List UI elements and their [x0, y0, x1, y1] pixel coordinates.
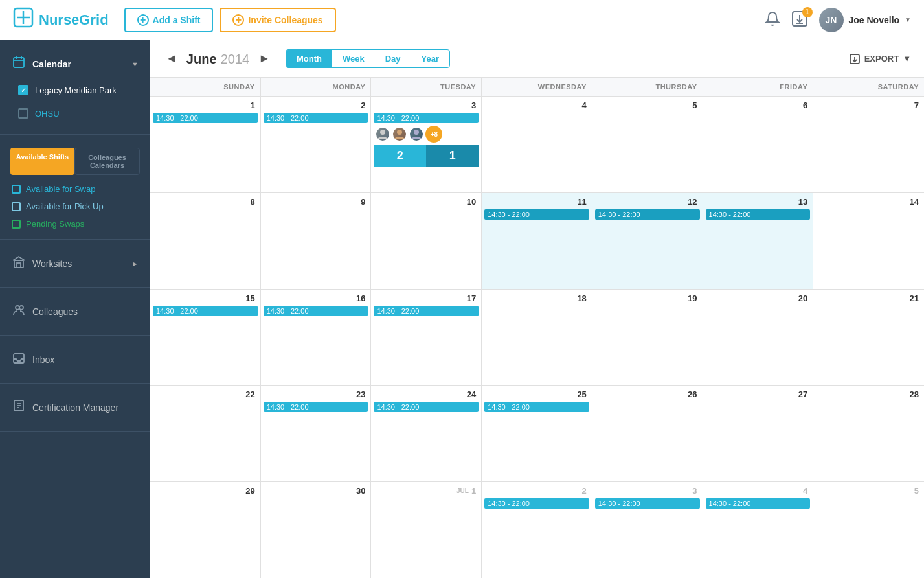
- day-jul4[interactable]: 4 14:30 - 22:00: [703, 482, 814, 578]
- shift-bar[interactable]: 14:30 - 22:00: [595, 209, 700, 220]
- svg-point-21: [380, 130, 385, 135]
- day-jul2[interactable]: 2 14:30 - 22:00: [482, 482, 592, 578]
- day-jun20[interactable]: 20: [703, 290, 814, 386]
- download-button[interactable]: 1: [791, 10, 809, 30]
- more-colleagues-badge[interactable]: +8: [425, 126, 442, 143]
- sidebar-item-colleagues[interactable]: Colleagues: [0, 297, 150, 326]
- day-jun16[interactable]: 16 14:30 - 22:00: [261, 290, 372, 386]
- next-month-button[interactable]: ►: [256, 49, 273, 68]
- notifications-button[interactable]: [765, 11, 780, 29]
- logo-text: NurseGrid: [39, 12, 109, 29]
- sidebar-item-worksites[interactable]: Worksites ►: [0, 249, 150, 278]
- day-num: 29: [153, 485, 258, 497]
- available-tabs: Available Shifts Colleagues Calendars: [10, 148, 140, 175]
- shift-bar[interactable]: 14:30 - 22:00: [374, 113, 479, 123]
- legend-pending[interactable]: Pending Swaps: [0, 215, 150, 233]
- header-sunday: SUNDAY: [150, 78, 261, 96]
- available-shifts-tab[interactable]: Available Shifts: [10, 148, 74, 175]
- svg-rect-14: [14, 354, 24, 363]
- sidebar-item-inbox[interactable]: Inbox: [0, 345, 150, 374]
- day-jun22[interactable]: 22: [150, 386, 261, 481]
- sidebar-worksite-ohsu[interactable]: OHSU: [0, 102, 150, 125]
- shift-bar[interactable]: 14:30 - 22:00: [153, 113, 258, 123]
- day-num: 14: [816, 196, 921, 208]
- shift-bar[interactable]: 14:30 - 22:00: [153, 306, 258, 316]
- week-row-5: 29 30 JUL 1 2 14:30 - 22:00 3 14: [150, 482, 924, 578]
- shift-bar[interactable]: 14:30 - 22:00: [264, 402, 368, 412]
- shift-bar[interactable]: 14:30 - 22:00: [484, 498, 589, 509]
- shift-bar[interactable]: 14:30 - 22:00: [706, 498, 811, 509]
- add-shift-button[interactable]: + Add a Shift: [124, 8, 214, 32]
- day-jun12[interactable]: 12 14:30 - 22:00: [592, 193, 703, 289]
- svg-point-13: [19, 306, 23, 310]
- day-jun27[interactable]: 27: [703, 386, 814, 481]
- export-button[interactable]: EXPORT ▼: [849, 53, 911, 65]
- day-jun24[interactable]: 24 14:30 - 22:00: [371, 386, 482, 481]
- invite-colleagues-button[interactable]: + Invite Colleagues: [220, 8, 335, 32]
- day-num: 27: [706, 388, 811, 400]
- svg-rect-11: [17, 263, 21, 268]
- day-jun21[interactable]: 21: [813, 290, 924, 386]
- day-jun8[interactable]: 8: [150, 193, 261, 289]
- calendar-month: June: [186, 52, 217, 66]
- legacy-name: Legacy Meridian Park: [35, 86, 117, 95]
- day-jun5[interactable]: 5: [592, 97, 703, 192]
- tab-week[interactable]: Week: [332, 50, 375, 67]
- day-jun25[interactable]: 25 14:30 - 22:00: [482, 386, 592, 481]
- day-jul3[interactable]: 3 14:30 - 22:00: [592, 482, 703, 578]
- plus-icon: +: [137, 14, 149, 26]
- tab-day[interactable]: Day: [375, 50, 411, 67]
- day-jun4[interactable]: 4: [482, 97, 592, 192]
- day-jun28[interactable]: 28: [813, 386, 924, 481]
- prev-month-button[interactable]: ◄: [163, 49, 180, 68]
- shift-bar[interactable]: 14:30 - 22:00: [264, 113, 368, 123]
- day-jun3[interactable]: 3 14:30 - 22:00 +8: [371, 97, 482, 192]
- user-menu[interactable]: JN Joe Novello ▼: [819, 8, 912, 32]
- day-num: 21: [816, 292, 921, 305]
- day-num: 1: [471, 486, 476, 496]
- day-num: 19: [595, 292, 700, 305]
- top-navigation: NurseGrid + Add a Shift + Invite Colleag…: [0, 0, 924, 40]
- sidebar-item-certification[interactable]: Certification Manager: [0, 393, 150, 422]
- day-jul5[interactable]: 5: [813, 482, 924, 578]
- day-headers: SUNDAY MONDAY TUESDAY WEDNESDAY THURSDAY…: [150, 78, 924, 97]
- day-jun1[interactable]: 1 14:30 - 22:00: [150, 97, 261, 192]
- shift-bar[interactable]: 14:30 - 22:00: [374, 306, 479, 316]
- colleagues-calendars-tab[interactable]: Colleagues Calendars: [74, 148, 140, 175]
- day-jun30[interactable]: 30: [261, 482, 372, 578]
- week-row-3: 15 14:30 - 22:00 16 14:30 - 22:00 17 14:…: [150, 290, 924, 386]
- day-jun15[interactable]: 15 14:30 - 22:00: [150, 290, 261, 386]
- day-jul1[interactable]: JUL 1: [371, 482, 482, 578]
- legend-swap[interactable]: Available for Swap: [0, 180, 150, 198]
- day-jun18[interactable]: 18: [482, 290, 592, 386]
- day-jun7[interactable]: 7: [813, 97, 924, 192]
- day-jun23[interactable]: 23 14:30 - 22:00: [261, 386, 372, 481]
- pickup-label: Available for Pick Up: [26, 202, 104, 211]
- shift-bar[interactable]: 14:30 - 22:00: [595, 498, 700, 509]
- shift-bar[interactable]: 14:30 - 22:00: [706, 209, 811, 220]
- shift-bar[interactable]: 14:30 - 22:00: [374, 402, 479, 412]
- sidebar-worksite-legacy[interactable]: ✓ Legacy Meridian Park: [0, 78, 150, 102]
- day-jun6[interactable]: 6: [703, 97, 814, 192]
- svg-point-22: [397, 130, 402, 135]
- day-jun29[interactable]: 29: [150, 482, 261, 578]
- tab-year[interactable]: Year: [411, 50, 449, 67]
- legend-pickup[interactable]: Available for Pick Up: [0, 198, 150, 215]
- ohsu-checkbox[interactable]: [18, 108, 28, 119]
- shift-bar[interactable]: 14:30 - 22:00: [264, 306, 368, 316]
- day-jun10[interactable]: 10: [371, 193, 482, 289]
- day-jun2[interactable]: 2 14:30 - 22:00: [261, 97, 372, 192]
- day-jun14[interactable]: 14: [813, 193, 924, 289]
- count-badge-1: 2: [374, 145, 426, 167]
- shift-bar[interactable]: 14:30 - 22:00: [484, 209, 589, 220]
- day-jun17[interactable]: 17 14:30 - 22:00: [371, 290, 482, 386]
- day-jun9[interactable]: 9: [261, 193, 372, 289]
- day-jun13[interactable]: 13 14:30 - 22:00: [703, 193, 814, 289]
- tab-month[interactable]: Month: [286, 50, 332, 67]
- legacy-checkbox[interactable]: ✓: [18, 85, 28, 95]
- sidebar-item-calendar[interactable]: Calendar ▼: [0, 49, 150, 78]
- day-jun11[interactable]: 11 14:30 - 22:00: [482, 193, 592, 289]
- shift-bar[interactable]: 14:30 - 22:00: [484, 402, 589, 412]
- day-jun26[interactable]: 26: [592, 386, 703, 481]
- day-jun19[interactable]: 19: [592, 290, 703, 386]
